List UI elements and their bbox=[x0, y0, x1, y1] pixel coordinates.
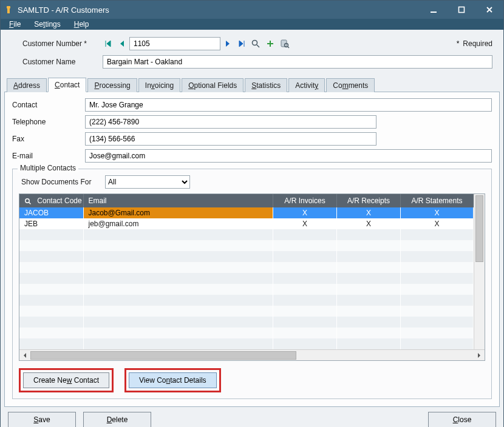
window-title: SAMLTD - A/R Customers bbox=[18, 5, 420, 15]
svg-rect-1 bbox=[7, 8, 10, 13]
customer-name-label: Customer Name bbox=[12, 58, 103, 66]
customer-number-label: Customer Number * bbox=[12, 39, 103, 48]
app-window: SAMLTD - A/R Customers File Settings Hel… bbox=[0, 0, 504, 427]
contacts-grid: Contact Code Email A/R Invoices A/R Rece… bbox=[19, 193, 485, 361]
table-row-empty bbox=[19, 273, 474, 284]
table-row-empty bbox=[19, 240, 474, 251]
titlebar: SAMLTD - A/R Customers bbox=[1, 1, 503, 19]
nav-last-button[interactable] bbox=[236, 38, 247, 49]
svg-point-4 bbox=[253, 41, 257, 45]
show-documents-select[interactable]: All bbox=[105, 175, 190, 189]
table-row-empty bbox=[19, 306, 474, 317]
tab-panel-contact: Contact Telephone Fax E-mail Multiple Co… bbox=[4, 92, 500, 407]
vertical-scrollbar[interactable] bbox=[474, 194, 485, 349]
tab-activity[interactable]: Activity bbox=[288, 78, 325, 92]
tab-optional-fields[interactable]: Optional Fields bbox=[182, 78, 243, 92]
contact-input[interactable] bbox=[85, 98, 492, 112]
table-row-empty bbox=[19, 284, 474, 295]
delete-button[interactable]: Delete bbox=[83, 412, 151, 427]
window-maximize-button[interactable] bbox=[448, 1, 475, 19]
table-row-empty bbox=[19, 229, 474, 240]
contact-label: Contact bbox=[12, 101, 85, 109]
col-email[interactable]: Email bbox=[83, 194, 273, 207]
telephone-input[interactable] bbox=[85, 115, 376, 129]
create-new-contact-button[interactable]: Create New Contact bbox=[23, 372, 109, 388]
content-area: Customer Number * bbox=[1, 30, 503, 407]
col-ar-statements[interactable]: A/R Statements bbox=[401, 194, 474, 207]
table-row-empty bbox=[19, 295, 474, 306]
nav-first-button[interactable] bbox=[103, 38, 114, 49]
tabstrip: Address Contact Processing Invoicing Opt… bbox=[4, 77, 500, 92]
window-close-button[interactable] bbox=[475, 1, 503, 19]
zoom-detail-icon[interactable] bbox=[279, 38, 291, 50]
menu-file[interactable]: File bbox=[3, 19, 27, 30]
tab-address[interactable]: Address bbox=[7, 78, 47, 92]
col-ar-invoices[interactable]: A/R Invoices bbox=[273, 194, 337, 207]
view-contact-details-highlight: View Contact Details bbox=[124, 368, 221, 392]
tab-contact[interactable]: Contact bbox=[48, 78, 86, 92]
contacts-table[interactable]: Contact Code Email A/R Invoices A/R Rece… bbox=[19, 194, 474, 349]
tab-processing[interactable]: Processing bbox=[87, 78, 137, 92]
show-documents-label: Show Documents For bbox=[21, 178, 100, 186]
new-record-icon[interactable] bbox=[264, 38, 276, 50]
table-row-empty bbox=[19, 317, 474, 328]
save-button[interactable]: Save bbox=[8, 412, 76, 427]
close-button[interactable]: Close bbox=[428, 412, 496, 427]
footer-bar: Save Delete Close bbox=[1, 407, 503, 427]
svg-rect-3 bbox=[459, 7, 465, 13]
menu-settings[interactable]: Settings bbox=[28, 19, 66, 30]
menubar: File Settings Help bbox=[1, 19, 503, 30]
finder-search-icon[interactable] bbox=[250, 38, 262, 50]
tab-invoicing[interactable]: Invoicing bbox=[138, 78, 180, 92]
nav-prev-button[interactable] bbox=[116, 38, 127, 49]
multiple-contacts-legend: Multiple Contacts bbox=[18, 164, 78, 172]
table-row-empty bbox=[19, 262, 474, 273]
svg-point-7 bbox=[26, 199, 29, 203]
customer-name-input[interactable] bbox=[103, 55, 492, 69]
fax-label: Fax bbox=[12, 135, 85, 143]
email-input[interactable] bbox=[85, 149, 492, 163]
table-header-row: Contact Code Email A/R Invoices A/R Rece… bbox=[19, 194, 474, 207]
scroll-right-icon[interactable] bbox=[474, 351, 485, 360]
table-row[interactable]: JACOBJacob@Gmail.comXXX bbox=[19, 207, 474, 218]
svg-rect-2 bbox=[431, 12, 437, 13]
table-row-empty bbox=[19, 338, 474, 349]
search-icon bbox=[24, 198, 32, 205]
tab-statistics[interactable]: Statistics bbox=[245, 78, 287, 92]
required-indicator: *Required bbox=[457, 39, 492, 48]
horizontal-scrollbar[interactable] bbox=[19, 349, 485, 360]
nav-next-button[interactable] bbox=[223, 38, 234, 49]
create-new-contact-highlight: Create New Contact bbox=[19, 368, 114, 392]
col-contact-code[interactable]: Contact Code bbox=[19, 194, 83, 207]
view-contact-details-button[interactable]: View Contact Details bbox=[129, 372, 217, 388]
table-row-empty bbox=[19, 328, 474, 338]
telephone-label: Telephone bbox=[12, 118, 85, 126]
menu-help[interactable]: Help bbox=[68, 19, 95, 30]
scroll-left-icon[interactable] bbox=[19, 351, 30, 360]
svg-rect-0 bbox=[7, 6, 10, 8]
table-row[interactable]: JEBjeb@gmail.comXXX bbox=[19, 218, 474, 229]
customer-number-input[interactable] bbox=[129, 37, 220, 50]
app-icon bbox=[4, 5, 14, 15]
multiple-contacts-group: Multiple Contacts Show Documents For All bbox=[12, 169, 492, 399]
tab-comments[interactable]: Comments bbox=[326, 78, 375, 92]
window-minimize-button[interactable] bbox=[420, 1, 448, 19]
col-ar-receipts[interactable]: A/R Receipts bbox=[337, 194, 401, 207]
fax-input[interactable] bbox=[85, 132, 376, 146]
email-label: E-mail bbox=[12, 152, 85, 160]
header-form: Customer Number * bbox=[4, 33, 500, 75]
table-row-empty bbox=[19, 251, 474, 262]
